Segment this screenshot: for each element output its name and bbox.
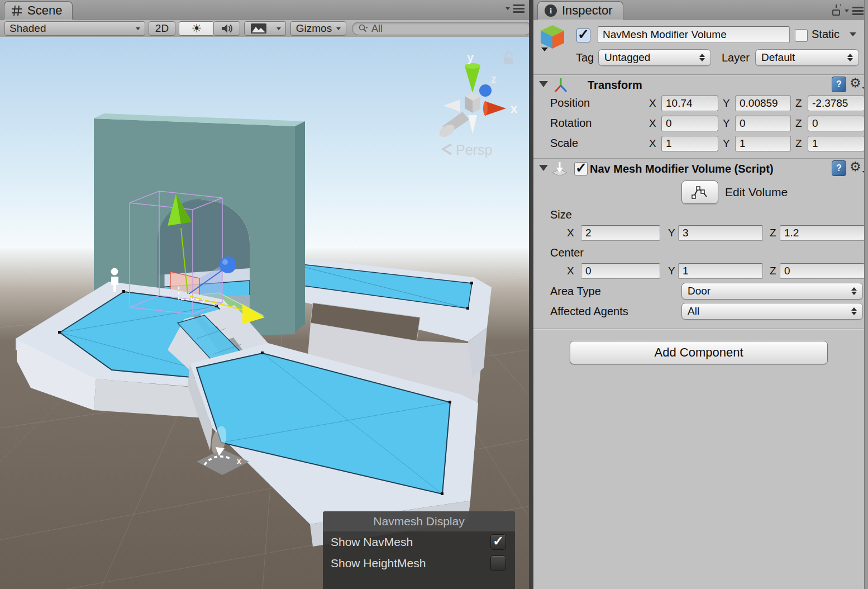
- affected-agents-value: All: [688, 305, 851, 317]
- navmesh-title: Nav Mesh Modifier Volume (Script): [590, 163, 774, 175]
- audio-toggle-button[interactable]: [213, 21, 240, 36]
- gear-icon[interactable]: ⚙: [850, 77, 866, 89]
- axis-x: X: [567, 227, 574, 239]
- tab-inspector[interactable]: i Inspector: [537, 1, 623, 20]
- size-x-field[interactable]: 2: [581, 225, 660, 241]
- affected-agents-label: Affected Agents: [550, 305, 628, 318]
- axis-x-label: x: [511, 102, 518, 116]
- axis-z-label: z: [491, 73, 497, 85]
- layer-label: Layer: [722, 51, 750, 64]
- scene-3d-render: x x y z: [0, 37, 529, 589]
- persp-label: Persp: [456, 142, 492, 158]
- pane-menu-icon[interactable]: [513, 4, 524, 13]
- edit-volume-button[interactable]: [681, 180, 718, 204]
- scale-z-field[interactable]: 1: [808, 136, 865, 151]
- pane-menu-icon[interactable]: [852, 7, 864, 15]
- center-label: Center: [550, 246, 584, 259]
- rotation-z-field[interactable]: 0: [808, 116, 865, 131]
- axis-z: Z: [795, 117, 802, 130]
- area-type-dropdown[interactable]: Door: [681, 283, 863, 300]
- show-heightmesh-label: Show HeightMesh: [331, 557, 426, 570]
- navmesh-enabled-checkbox[interactable]: [574, 162, 588, 175]
- position-z-field[interactable]: -2.3785: [808, 96, 865, 111]
- static-label: Static: [812, 28, 840, 41]
- effects-toggle-button[interactable]: [244, 21, 273, 36]
- axis-x: X: [649, 97, 656, 110]
- transform-foldout[interactable]: [539, 81, 548, 87]
- position-x-field[interactable]: 10.74: [661, 96, 718, 111]
- chevron-down-icon: [276, 27, 281, 30]
- show-heightmesh-checkbox[interactable]: [490, 555, 506, 571]
- pane-dropdown-icon[interactable]: [845, 10, 849, 12]
- axis-y: Y: [668, 265, 675, 277]
- static-dropdown-icon[interactable]: [850, 32, 856, 36]
- svg-text:x: x: [202, 296, 206, 305]
- navmesh-foldout[interactable]: [539, 165, 548, 171]
- size-z-field[interactable]: 1.2: [780, 225, 865, 241]
- rotation-y-field[interactable]: 0: [735, 116, 791, 131]
- position-y-field[interactable]: 0.00859: [735, 96, 791, 111]
- scene-tabstrip: Scene: [0, 0, 529, 20]
- layer-dropdown[interactable]: Default: [755, 49, 859, 66]
- inspector-tab-label: Inspector: [562, 3, 613, 18]
- rotation-label: Rotation: [550, 117, 592, 130]
- static-checkbox[interactable]: [795, 29, 808, 42]
- lighting-toggle-button[interactable]: ☀: [179, 21, 214, 36]
- panel-divider[interactable]: [529, 0, 533, 589]
- 2d-toggle-button[interactable]: 2D: [149, 21, 175, 36]
- help-icon[interactable]: ?: [832, 77, 846, 92]
- size-label: Size: [550, 208, 572, 221]
- inspector-tabstrip: i Inspector: [533, 0, 868, 20]
- axis-x: X: [649, 137, 656, 150]
- effects-dropdown[interactable]: [272, 21, 286, 36]
- show-navmesh-checkbox[interactable]: [490, 534, 506, 550]
- updown-icon: [851, 287, 857, 295]
- rotation-x-field[interactable]: 0: [661, 116, 718, 131]
- gear-icon[interactable]: ⚙: [850, 160, 866, 173]
- show-navmesh-label: Show NavMesh: [331, 535, 413, 549]
- gameobject-name-field[interactable]: [598, 26, 790, 43]
- scene-search-field[interactable]: [352, 22, 532, 35]
- gizmo-z-sphere[interactable]: [479, 84, 492, 97]
- navmesh-display-title: Navmesh Display: [323, 511, 515, 531]
- gameobject-cube-icon[interactable]: [538, 23, 567, 53]
- transform-icon: [552, 77, 569, 93]
- search-icon: [358, 23, 368, 34]
- axis-z: Z: [795, 137, 802, 150]
- sun-icon: ☀: [192, 22, 202, 35]
- center-y-field[interactable]: 1: [678, 263, 763, 279]
- shading-mode-dropdown[interactable]: Shaded: [4, 21, 145, 36]
- help-icon[interactable]: ?: [832, 160, 846, 176]
- unlock-icon[interactable]: [831, 4, 841, 17]
- scene-viewport[interactable]: x x y z: [0, 37, 529, 589]
- z-axis-sphere[interactable]: [220, 256, 236, 273]
- tag-value: Untagged: [604, 51, 699, 64]
- image-icon: [251, 23, 266, 34]
- scene-tab-label: Scene: [27, 3, 62, 18]
- gameobject-enabled-checkbox[interactable]: [576, 28, 590, 42]
- gizmos-dropdown[interactable]: Gizmos: [290, 21, 346, 36]
- scale-y-field[interactable]: 1: [735, 136, 791, 151]
- axis-x: X: [567, 265, 574, 277]
- updown-icon: [847, 54, 853, 61]
- center-z-field[interactable]: 0: [780, 263, 865, 279]
- scale-x-field[interactable]: 1: [661, 136, 718, 151]
- size-y-field[interactable]: 3: [678, 225, 763, 241]
- 2d-label: 2D: [155, 22, 169, 35]
- info-icon: i: [545, 4, 557, 17]
- center-x-field[interactable]: 0: [581, 263, 660, 279]
- tag-label: Tag: [576, 51, 594, 64]
- axis-y-label: y: [467, 50, 474, 64]
- axis-y: Y: [723, 137, 730, 150]
- navmesh-display-panel: Navmesh Display Show NavMesh Show Height…: [323, 511, 515, 589]
- scale-label: Scale: [550, 137, 578, 150]
- affected-agents-dropdown[interactable]: All: [681, 303, 863, 320]
- axis-x: X: [649, 117, 656, 130]
- pane-dropdown-icon[interactable]: [505, 7, 510, 10]
- add-component-button[interactable]: Add Component: [570, 341, 828, 364]
- tab-scene[interactable]: Scene: [4, 1, 73, 20]
- tag-dropdown[interactable]: Untagged: [598, 49, 711, 66]
- inspector-scroll-edge[interactable]: [864, 0, 868, 589]
- speaker-icon: [221, 22, 233, 35]
- search-input[interactable]: [370, 22, 501, 35]
